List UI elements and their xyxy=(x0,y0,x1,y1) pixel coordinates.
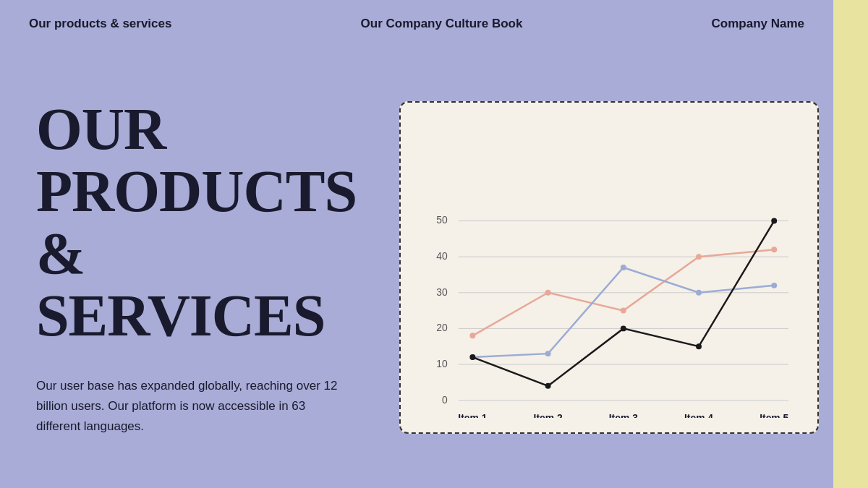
page-title: OUR PRODUCTS & SERVICES xyxy=(36,98,363,347)
svg-point-24 xyxy=(621,265,626,270)
svg-text:0: 0 xyxy=(442,394,448,406)
top-navigation: Our products & services Our Company Cult… xyxy=(0,0,833,47)
svg-text:Item 3: Item 3 xyxy=(609,412,638,418)
page-description: Our user base has expanded globally, rea… xyxy=(36,376,340,437)
svg-point-19 xyxy=(621,308,626,314)
chart-container: 0 10 20 30 40 50 Item 1 Item 2 Item 3 It… xyxy=(399,101,819,434)
svg-point-28 xyxy=(545,383,551,389)
nav-products-services[interactable]: Our products & services xyxy=(29,17,171,31)
svg-point-17 xyxy=(469,333,475,338)
svg-text:10: 10 xyxy=(436,358,448,369)
svg-point-21 xyxy=(771,247,777,252)
svg-point-31 xyxy=(771,218,777,224)
nav-company-name: Company Name xyxy=(712,17,804,31)
svg-text:Item 2: Item 2 xyxy=(534,412,563,418)
svg-point-23 xyxy=(545,351,551,356)
svg-text:30: 30 xyxy=(436,286,448,298)
line-chart: 0 10 20 30 40 50 Item 1 Item 2 Item 3 It… xyxy=(415,124,796,418)
svg-text:Item 4: Item 4 xyxy=(684,412,713,418)
series-black-line xyxy=(472,221,774,386)
svg-point-27 xyxy=(469,354,475,360)
svg-point-29 xyxy=(621,325,626,331)
svg-text:50: 50 xyxy=(436,214,448,226)
svg-text:Item 1: Item 1 xyxy=(458,412,487,418)
svg-point-25 xyxy=(696,290,702,296)
svg-point-18 xyxy=(545,290,551,296)
nav-culture-book[interactable]: Our Company Culture Book xyxy=(361,17,523,31)
svg-point-26 xyxy=(771,283,777,288)
svg-text:Item 5: Item 5 xyxy=(760,412,788,418)
yellow-accent-strip xyxy=(833,0,868,488)
svg-point-30 xyxy=(696,343,702,349)
left-panel: OUR PRODUCTS & SERVICES Our user base ha… xyxy=(0,77,399,459)
main-content: OUR PRODUCTS & SERVICES Our user base ha… xyxy=(0,47,833,488)
svg-point-20 xyxy=(696,254,702,260)
svg-text:20: 20 xyxy=(436,322,448,333)
svg-text:40: 40 xyxy=(436,250,448,262)
right-panel: 0 10 20 30 40 50 Item 1 Item 2 Item 3 It… xyxy=(399,87,833,448)
